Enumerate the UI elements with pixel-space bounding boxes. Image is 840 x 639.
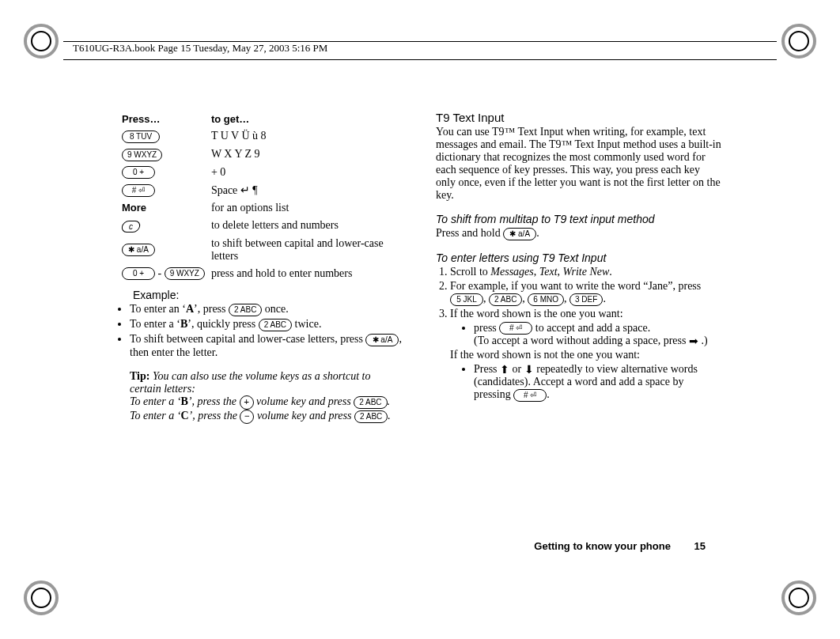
table-row: 9 WXYZ W X Y Z 9 — [119, 146, 404, 164]
list-item: Scroll to Messages, Text, Write New. — [450, 266, 721, 278]
volume-down-icon: − — [240, 410, 254, 424]
example-heading: Example: — [133, 289, 404, 301]
right-column: T9 Text Input You can use T9™ Text Input… — [436, 111, 721, 424]
cell-value: W X Y Z 9 — [208, 146, 404, 164]
key-range-start: 0 + — [122, 267, 155, 280]
svg-point-4 — [32, 588, 51, 607]
list-item: To enter a ‘B’, quickly press 2 ABC twic… — [130, 318, 404, 331]
table-row: # ⏎ Space ↵ ¶ — [119, 181, 404, 199]
binder-ring-icon — [24, 580, 59, 615]
svg-point-3 — [783, 25, 815, 57]
binder-ring-icon — [24, 24, 59, 59]
subheading-enter: To enter letters using T9 Text Input — [436, 251, 721, 264]
volume-up-icon: + — [240, 395, 254, 410]
key-8: 8 TUV — [122, 130, 160, 143]
key-range-end: 9 WXYZ — [165, 267, 205, 280]
key-2: 2 ABC — [489, 293, 522, 306]
svg-point-7 — [783, 582, 815, 614]
svg-point-0 — [32, 32, 51, 51]
key-more: More — [122, 202, 146, 214]
svg-point-6 — [789, 588, 808, 607]
arrow-down-icon: ⬇ — [524, 365, 534, 376]
header-label: T610UG-R3A.book Page 15 Tuesday, May 27,… — [70, 42, 331, 55]
th-get: to get… — [208, 111, 404, 127]
cell-value: to shift between capital and lower-case … — [208, 235, 404, 265]
th-press: Press… — [119, 111, 208, 127]
table-row: 0 + + 0 — [119, 164, 404, 182]
list-item: For example, if you want to write the wo… — [450, 280, 721, 306]
list-item: To shift between capital and lower-case … — [130, 333, 404, 359]
page-footer: Getting to know your phone 15 — [534, 540, 706, 552]
table-row: 0 + - 9 WXYZ press and hold to enter num… — [119, 265, 404, 283]
svg-point-1 — [25, 25, 57, 57]
arrow-right-icon: ➡ — [689, 336, 698, 347]
table-row: c to delete letters and numbers — [119, 217, 404, 234]
cell-value: for an options list — [208, 199, 404, 217]
list-item: If the word shown is the one you want: p… — [450, 308, 721, 403]
table-row: 8 TUV T U V Ü ù 8 — [119, 127, 404, 146]
key-2: 2 ABC — [354, 410, 388, 423]
key-hash: # ⏎ — [513, 389, 547, 402]
arrow-up-icon: ⬆ — [500, 365, 509, 376]
key-9: 9 WXYZ — [122, 149, 162, 161]
t9-paragraph: You can use T9™ Text Input when writing,… — [436, 126, 721, 202]
key-hash: # ⏎ — [122, 184, 155, 197]
key-range-sep: - — [158, 267, 162, 279]
binder-ring-icon — [781, 580, 816, 615]
table-row: More for an options list — [119, 199, 404, 217]
cell-value: press and hold to enter numbers — [208, 265, 404, 283]
tip-block: Tip: You can also use the volume keys as… — [130, 370, 404, 424]
key-5: 5 JKL — [450, 293, 483, 306]
key-2: 2 ABC — [259, 319, 292, 331]
cell-value: Space ↵ ¶ — [208, 181, 404, 199]
tip-label: Tip: — [130, 370, 149, 382]
list-item: Press ⬆ or ⬇ repeatedly to view alternat… — [474, 363, 721, 402]
key-hash: # ⏎ — [499, 322, 532, 335]
key-c: c — [120, 221, 141, 233]
key-2: 2 ABC — [229, 304, 262, 316]
key-mapping-table: Press… to get… 8 TUV T U V Ü ù 8 9 WXYZ … — [119, 111, 404, 282]
t9-heading: T9 Text Input — [436, 111, 721, 124]
cell-value: + 0 — [208, 164, 404, 182]
svg-point-2 — [789, 32, 808, 51]
key-star: ✱ a/A — [122, 244, 155, 256]
list-item: press # ⏎ to accept and add a space. (To… — [474, 322, 721, 348]
page-number: 15 — [694, 540, 706, 552]
list-item: To enter an ‘A’, press 2 ABC once. — [130, 303, 404, 316]
key-star: ✱ a/A — [365, 334, 399, 346]
left-column: Press… to get… 8 TUV T U V Ü ù 8 9 WXYZ … — [119, 111, 404, 424]
key-6: 6 MNO — [528, 293, 564, 306]
shift-instruction: Press and hold ✱ a/A. — [436, 227, 721, 240]
cell-value: T U V Ü ù 8 — [208, 127, 404, 146]
subheading-shift: To shift from multitap to T9 text input … — [436, 213, 721, 225]
key-0: 0 + — [122, 166, 155, 179]
key-2: 2 ABC — [354, 396, 387, 409]
cell-value: to delete letters and numbers — [208, 217, 404, 234]
binder-ring-icon — [781, 24, 816, 59]
key-3: 3 DEF — [569, 293, 603, 306]
svg-point-5 — [25, 582, 57, 614]
steps-list: Scroll to Messages, Text, Write New. For… — [436, 266, 721, 402]
header-frame: T610UG-R3A.book Page 15 Tuesday, May 27,… — [63, 41, 777, 60]
example-list: To enter an ‘A’, press 2 ABC once. To en… — [119, 303, 404, 358]
table-row: ✱ a/A to shift between capital and lower… — [119, 235, 404, 265]
footer-section: Getting to know your phone — [534, 540, 671, 552]
key-star: ✱ a/A — [503, 228, 536, 240]
